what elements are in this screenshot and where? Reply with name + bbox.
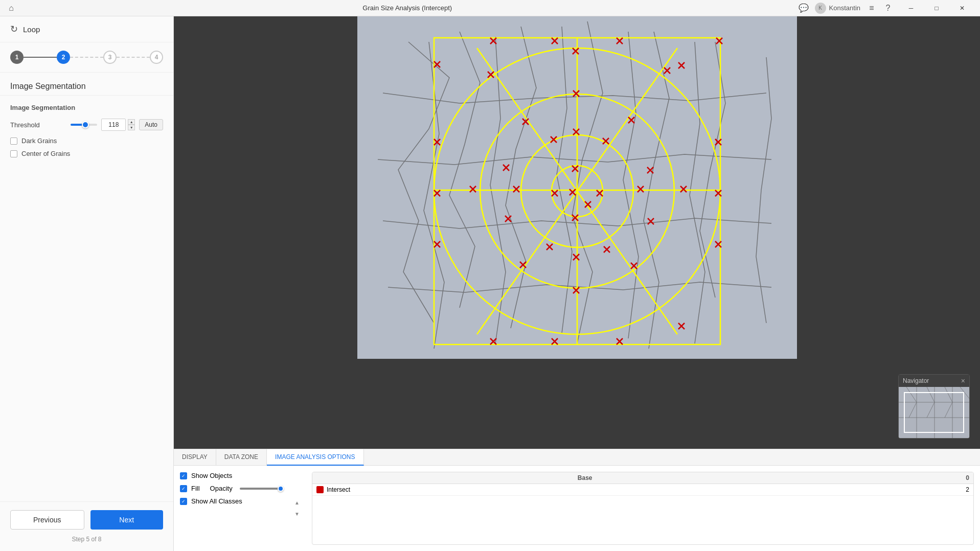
tab-content: ✓ Show Objects ✓ Fill Opacity — [174, 466, 980, 551]
main-layout: ↻ Loop 1 2 3 4 Image Segmentation Image … — [0, 16, 980, 551]
navigator-thumbnail — [899, 387, 969, 438]
grain-image — [357, 16, 797, 359]
fill-checkbox[interactable]: ✓ — [180, 485, 187, 492]
dark-grains-row: Dark Grains — [10, 137, 163, 145]
threshold-input[interactable]: 118 — [101, 119, 126, 131]
image-area: Navigator × — [174, 16, 980, 449]
subsection-title: Image Segmentation — [10, 104, 163, 111]
fill-label: Fill — [191, 485, 200, 492]
display-options: ✓ Show Objects ✓ Fill Opacity — [180, 472, 282, 545]
class-color-swatch — [316, 486, 324, 493]
left-panel: ↻ Loop 1 2 3 4 Image Segmentation Image … — [0, 16, 174, 551]
next-button[interactable]: Next — [90, 510, 164, 530]
show-objects-row: ✓ Show Objects — [180, 472, 282, 479]
previous-button[interactable]: Previous — [10, 510, 84, 530]
col-base-header: Base — [578, 474, 839, 481]
step-1[interactable]: 1 — [10, 51, 24, 64]
section-title: Image Segmentation — [0, 73, 173, 96]
navigator-title: Navigator — [903, 377, 929, 384]
loop-icon: ↻ — [10, 24, 18, 35]
navigator-view-rect — [904, 392, 964, 433]
auto-button[interactable]: Auto — [139, 119, 163, 130]
dark-grains-label: Dark Grains — [21, 137, 57, 145]
arrow-up-button[interactable]: ▲ — [292, 498, 302, 508]
class-table-header: Base 0 — [312, 472, 973, 484]
opacity-fill — [240, 488, 281, 490]
loop-label: Loop — [23, 25, 40, 34]
home-icon[interactable]: ⌂ — [6, 3, 16, 13]
stepper-track: 1 2 3 4 — [10, 51, 163, 64]
bottom-tabs: DISPLAY DATA ZONE IMAGE ANALYSIS OPTIONS… — [174, 449, 980, 551]
menu-icon[interactable]: ≡ — [867, 3, 877, 13]
window-controls: ─ □ ✕ — [899, 0, 974, 16]
threshold-label: Threshold — [10, 121, 66, 129]
step-3[interactable]: 3 — [103, 51, 117, 64]
loop-header: ↻ Loop — [0, 16, 173, 42]
step-info: Step 5 of 8 — [10, 536, 163, 543]
chat-icon[interactable]: 💬 — [799, 3, 809, 13]
titlebar-left: ⌂ — [6, 3, 16, 13]
username: Konstantin — [829, 4, 860, 12]
tab-display[interactable]: DISPLAY — [174, 449, 216, 465]
threshold-row: Threshold 118 ▲ ▼ Auto — [10, 119, 163, 131]
threshold-slider-track[interactable] — [71, 124, 97, 126]
navigator-close-button[interactable]: × — [961, 377, 965, 385]
opacity-slider — [240, 488, 281, 490]
threshold-spin-buttons: ▲ ▼ — [128, 119, 135, 130]
show-objects-label: Show Objects — [191, 472, 232, 479]
arrow-buttons: ▲ ▼ — [292, 472, 302, 545]
opacity-label: Opacity — [210, 485, 233, 492]
show-objects-checkbox[interactable]: ✓ — [180, 472, 187, 479]
step-4[interactable]: 4 — [150, 51, 163, 64]
step-line-3-4 — [117, 57, 150, 58]
dark-grains-checkbox[interactable] — [10, 137, 17, 145]
tab-data-zone[interactable]: DATA ZONE — [216, 449, 267, 465]
col-value-header: 0 — [839, 474, 969, 481]
threshold-spin-up[interactable]: ▲ — [128, 119, 135, 125]
content-area: Navigator × — [174, 16, 980, 551]
overlay-svg — [357, 16, 797, 359]
table-row: Intersect 2 — [312, 484, 973, 496]
center-of-grains-row: Center of Grains — [10, 150, 163, 157]
minimize-button[interactable]: ─ — [899, 0, 923, 16]
help-icon[interactable]: ? — [883, 3, 893, 13]
titlebar-right: 💬 K Konstantin ≡ ? ─ □ ✕ — [799, 0, 974, 16]
nav-buttons: Previous Next — [10, 510, 163, 530]
user-info: K Konstantin — [815, 3, 860, 14]
step-2[interactable]: 2 — [57, 51, 70, 64]
close-button[interactable]: ✕ — [950, 0, 974, 16]
show-all-classes-label: Show All Classes — [191, 497, 242, 505]
class-table: Base 0 Intersect 2 — [312, 472, 974, 545]
class-value: 2 — [755, 486, 969, 493]
navigator: Navigator × — [898, 374, 970, 439]
panel-content: Image Segmentation Threshold 118 ▲ ▼ Aut… — [0, 96, 173, 501]
bottom-nav: Previous Next Step 5 of 8 — [0, 501, 173, 551]
app-title: Grain Size Analysis (Intercept) — [16, 4, 799, 12]
threshold-slider-container: 118 ▲ ▼ Auto — [71, 119, 163, 131]
threshold-slider-thumb[interactable] — [82, 121, 89, 128]
center-of-grains-label: Center of Grains — [21, 150, 70, 157]
opacity-thumb[interactable] — [278, 486, 284, 492]
show-all-classes-checkbox[interactable]: ✓ — [180, 498, 187, 505]
opacity-track[interactable] — [240, 488, 281, 490]
step-line-2-3 — [70, 57, 103, 58]
threshold-spin-down[interactable]: ▼ — [128, 125, 135, 130]
show-all-classes-row: ✓ Show All Classes — [180, 497, 282, 505]
arrow-down-button[interactable]: ▼ — [292, 510, 302, 519]
navigator-header: Navigator × — [899, 375, 969, 387]
col-name-header — [316, 474, 578, 481]
titlebar: ⌂ Grain Size Analysis (Intercept) 💬 K Ko… — [0, 0, 980, 16]
stepper: 1 2 3 4 — [0, 42, 173, 73]
step-line-1-2 — [24, 57, 57, 58]
avatar: K — [815, 3, 826, 14]
maximize-button[interactable]: □ — [925, 0, 948, 16]
class-name: Intersect — [327, 486, 755, 493]
fill-opacity-row: ✓ Fill Opacity — [180, 485, 282, 492]
tab-bar: DISPLAY DATA ZONE IMAGE ANALYSIS OPTIONS — [174, 449, 980, 466]
tab-image-analysis[interactable]: IMAGE ANALYSIS OPTIONS — [267, 449, 364, 466]
center-of-grains-checkbox[interactable] — [10, 150, 17, 157]
grain-background — [357, 16, 797, 359]
